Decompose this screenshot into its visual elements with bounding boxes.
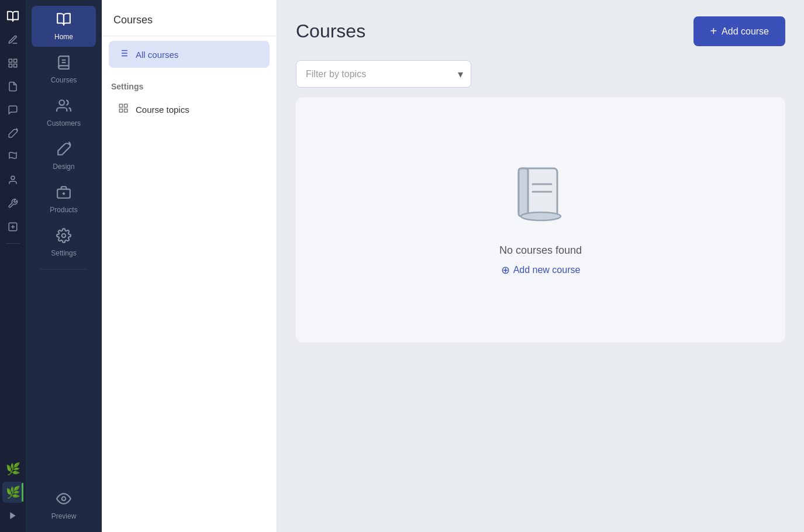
svg-point-4 xyxy=(11,176,15,179)
grid-icon[interactable] xyxy=(2,53,23,74)
filter-by-topics-select[interactable]: Filter by topics xyxy=(296,60,471,88)
preview-icon xyxy=(56,491,71,510)
svg-rect-1 xyxy=(14,59,17,62)
svg-rect-3 xyxy=(14,64,17,67)
sidebar-item-label-settings: Settings xyxy=(51,249,76,257)
sidebar-item-label-courses: Courses xyxy=(51,76,77,84)
leaf-active-icon[interactable]: 🌿 xyxy=(2,482,23,503)
sidebar-item-label-home: Home xyxy=(54,33,73,41)
empty-book-icon xyxy=(512,164,570,230)
home-nav-icon[interactable] xyxy=(2,6,23,27)
sidebar-item-label-customers: Customers xyxy=(47,119,81,127)
add-block-icon[interactable] xyxy=(2,216,23,237)
filter-select-wrapper: Filter by topics ▾ xyxy=(296,60,471,88)
design-icon xyxy=(56,141,71,160)
svg-rect-26 xyxy=(125,109,127,112)
sidebar-item-courses[interactable]: Courses xyxy=(32,49,96,90)
products-icon xyxy=(56,185,71,203)
pencil-icon[interactable] xyxy=(2,29,23,50)
add-course-button[interactable]: + Add course xyxy=(693,16,785,46)
sidebar-item-settings[interactable]: Settings xyxy=(32,222,96,263)
customers-icon xyxy=(56,98,71,117)
courses-panel: Courses All courses Settings xyxy=(102,0,277,532)
sidebar-item-preview[interactable]: Preview xyxy=(32,485,96,526)
file-icon[interactable] xyxy=(2,76,23,97)
add-course-label: Add course xyxy=(722,26,769,37)
settings-icon xyxy=(56,228,71,247)
svg-point-31 xyxy=(521,212,561,220)
brush-tool-icon[interactable] xyxy=(2,123,23,144)
nav-divider xyxy=(40,269,87,270)
svg-marker-8 xyxy=(10,512,15,519)
no-courses-text: No courses found xyxy=(499,244,582,257)
panel-title: Courses xyxy=(102,0,277,36)
svg-point-11 xyxy=(59,100,64,105)
svg-rect-24 xyxy=(125,104,127,107)
home-icon xyxy=(56,12,71,30)
page-title: Courses xyxy=(296,20,365,42)
svg-rect-23 xyxy=(119,104,122,107)
person-icon[interactable] xyxy=(2,170,23,191)
sidebar-item-home[interactable]: Home xyxy=(32,6,96,47)
svg-rect-28 xyxy=(519,168,528,216)
main-content: Courses + Add course Filter by topics ▾ xyxy=(277,0,804,532)
rail-bottom: 🌿 🌿 xyxy=(2,458,23,526)
svg-rect-0 xyxy=(9,59,12,62)
nav-bottom: Preview xyxy=(26,485,102,526)
svg-point-15 xyxy=(62,234,66,238)
courses-icon xyxy=(56,55,71,74)
filter-bar: Filter by topics ▾ xyxy=(296,60,785,88)
sidebar-item-design[interactable]: Design xyxy=(32,136,96,177)
sidebar-item-label-design: Design xyxy=(53,163,74,171)
main-header: Courses + Add course xyxy=(296,16,785,46)
empty-state-card: No courses found ⊕ Add new course xyxy=(296,97,785,343)
sidebar-item-products[interactable]: Products xyxy=(32,179,96,220)
sidebar-nav: Home Courses Customers xyxy=(26,0,102,532)
topics-grid-icon xyxy=(118,103,129,116)
add-course-plus-icon: + xyxy=(710,25,717,38)
settings-section-label: Settings xyxy=(102,75,277,96)
svg-rect-2 xyxy=(9,64,12,67)
sidebar-item-label-products: Products xyxy=(50,206,77,214)
all-courses-menu-item[interactable]: All courses xyxy=(109,41,270,68)
tool-icon[interactable] xyxy=(2,193,23,214)
play-icon[interactable] xyxy=(2,505,23,526)
fill-tool-icon[interactable] xyxy=(2,146,23,167)
svg-point-16 xyxy=(62,497,66,501)
leaf-icon[interactable]: 🌿 xyxy=(2,458,23,479)
sidebar-item-label-preview: Preview xyxy=(51,512,77,520)
sidebar-item-customers[interactable]: Customers xyxy=(32,92,96,133)
add-new-plus-icon: ⊕ xyxy=(501,264,510,277)
chat-icon[interactable] xyxy=(2,99,23,120)
icon-rail: 🌿 🌿 xyxy=(0,0,26,532)
course-topics-label: Course topics xyxy=(136,105,189,115)
add-new-course-label: Add new course xyxy=(513,265,581,275)
list-icon xyxy=(118,48,129,61)
add-new-course-link[interactable]: ⊕ Add new course xyxy=(501,264,581,277)
all-courses-label: All courses xyxy=(136,50,178,60)
rail-divider xyxy=(6,243,20,244)
course-topics-menu-item[interactable]: Course topics xyxy=(109,96,270,123)
svg-rect-25 xyxy=(119,109,122,112)
